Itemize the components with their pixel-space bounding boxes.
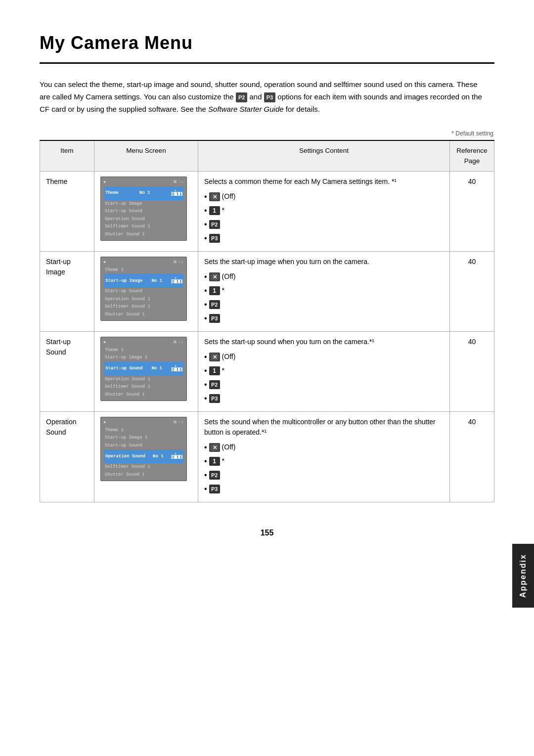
icon-num1: 1	[209, 457, 220, 466]
icon-box-1: P2	[236, 92, 247, 102]
camera-menu-row: Start-up Sound	[104, 208, 183, 216]
table-row: Start-up Image▶ℹℹ ↑ₒTheme 1Start-up Imag…	[40, 251, 494, 331]
col-header-ref-page: ReferencePage	[450, 140, 494, 171]
settings-option: ✕ (Off)	[204, 271, 444, 283]
settings-option: P2	[204, 469, 444, 481]
camera-menu-row: Selftimer Sound 1	[104, 463, 183, 471]
settings-description: Selects a common theme for each My Camer…	[204, 177, 444, 187]
icon-box-2: P3	[264, 92, 275, 102]
settings-option: P2	[204, 299, 444, 311]
camera-menu-row: Start-up Image 1	[104, 354, 183, 362]
software-guide-italic: Software Starter Guide	[208, 105, 284, 113]
settings-option: 1 *	[204, 205, 444, 217]
settings-option: P3	[204, 483, 444, 495]
default-setting-label: * Default setting	[40, 129, 494, 138]
camera-menu-row: Start-up Image 1	[104, 434, 183, 442]
settings-option: P2	[204, 379, 444, 391]
settings-option: P3	[204, 393, 444, 404]
icon-num1: 1	[209, 286, 220, 295]
table-cell-ref-page: 40	[450, 171, 494, 251]
page-number: 155	[40, 527, 494, 539]
camera-screen: ▶ℹℹ ↑ₒTheme 1Start-up Image 1Start-up So…	[100, 337, 187, 401]
table-cell-settings: Selects a common theme for each My Camer…	[198, 171, 450, 251]
col-header-item: Item	[40, 140, 94, 171]
icon-num2: P2	[209, 300, 220, 309]
table-cell-ref-page: 40	[450, 251, 494, 331]
appendix-tab: Appendix	[512, 544, 534, 608]
settings-option: 1 *	[204, 285, 444, 297]
icon-num2: P2	[209, 380, 220, 389]
camera-menu-row: Selftimer Sound 1	[104, 303, 183, 311]
camera-menu-row: Operation Sound 1	[104, 296, 183, 304]
table-cell-settings: Sets the start-up sound when you turn on…	[198, 331, 450, 411]
icon-off: ✕	[209, 272, 220, 281]
icon-off: ✕	[209, 353, 220, 361]
table-cell-screen: ▶ℹℹ ↑ₒTheme 1Start-up Image 1Start-up So…	[94, 411, 198, 502]
settings-description: Sets the start-up image when you turn on…	[204, 257, 444, 267]
table-cell-screen: ▶ℹℹ ↑ₒTheme 1Start-up Image 1Start-up So…	[94, 331, 198, 411]
table-cell-ref-page: 40	[450, 411, 494, 502]
camera-menu-row: Theme 1	[104, 267, 183, 274]
camera-menu-row: Selftimer Sound 1	[104, 223, 183, 231]
table-row: Operation Sound▶ℹℹ ↑ₒTheme 1Start-up Ima…	[40, 411, 494, 502]
settings-option: ✕ (Off)	[204, 442, 444, 453]
icon-off: ✕	[209, 443, 220, 452]
settings-option: 1 *	[204, 455, 444, 467]
camera-screen: ▶ℹℹ ↑ₒTheme 1Start-up Image 1Start-up So…	[100, 417, 187, 482]
settings-options-list: ✕ (Off)1 *P2P3	[204, 271, 444, 324]
camera-menu-row: Start-up Sound	[104, 442, 183, 450]
camera-menu-row: Start-up Sound	[104, 288, 183, 296]
camera-screen: ▶ℹℹ ↑ₒTheme 1Start-up Image No 1 nionSta…	[100, 257, 187, 321]
table-cell-screen: ▶ℹℹ ↑ₒTheme 1Start-up Image No 1 nionSta…	[94, 251, 198, 331]
option-label: *	[222, 285, 224, 296]
camera-menu-row: Shutter Sound 1	[104, 231, 183, 239]
camera-menu-row: Operation Sound 1	[104, 376, 183, 384]
table-cell-ref-page: 40	[450, 331, 494, 411]
table-cell-item: Operation Sound	[40, 411, 94, 502]
option-label: *	[222, 365, 224, 376]
icon-num3: P3	[209, 234, 220, 243]
camera-menu-row: Theme 1	[104, 427, 183, 435]
icon-num3: P3	[209, 394, 220, 403]
table-row: Start-up Sound▶ℹℹ ↑ₒTheme 1Start-up Imag…	[40, 331, 494, 411]
camera-menu-row: Shutter Sound 1	[104, 311, 183, 319]
settings-options-list: ✕ (Off)1 *P2P3	[204, 191, 444, 244]
option-label: (Off)	[222, 191, 236, 202]
settings-option: ✕ (Off)	[204, 351, 444, 363]
svg-text:✕: ✕	[212, 194, 217, 200]
svg-text:✕: ✕	[212, 354, 217, 360]
icon-num2: P2	[209, 220, 220, 229]
icon-num2: P2	[209, 471, 220, 480]
camera-screen: ▶ℹℹ ↑ₒTheme No 1 nionStart-up ImageStart…	[100, 177, 187, 241]
icon-num1: 1	[209, 206, 220, 215]
camera-menu-row: Theme No 1 nion	[104, 186, 183, 200]
settings-option: P3	[204, 312, 444, 324]
table-cell-settings: Sets the start-up image when you turn on…	[198, 251, 450, 331]
table-cell-settings: Sets the sound when the multicontroller …	[198, 411, 450, 502]
settings-options-list: ✕ (Off)1 *P2P3	[204, 351, 444, 404]
camera-menu-row: Start-up Sound No 1 nion	[104, 362, 183, 376]
option-label: *	[222, 456, 224, 466]
icon-num3: P3	[209, 314, 220, 323]
camera-menu-row: Start-up Image	[104, 200, 183, 208]
settings-option: P3	[204, 232, 444, 244]
intro-paragraph: You can select the theme, start-up image…	[40, 79, 485, 115]
option-label: (Off)	[222, 442, 236, 452]
main-table: Item Menu Screen Settings Content Refere…	[40, 140, 494, 502]
settings-option: P2	[204, 219, 444, 230]
camera-menu-row: Shutter Sound 1	[104, 471, 183, 479]
svg-text:✕: ✕	[212, 274, 217, 280]
table-cell-item: Start-up Sound	[40, 331, 94, 411]
camera-menu-row: Shutter Sound 1	[104, 391, 183, 399]
icon-num1: 1	[209, 366, 220, 375]
settings-option: ✕ (Off)	[204, 191, 444, 203]
table-row: Theme▶ℹℹ ↑ₒTheme No 1 nionStart-up Image…	[40, 171, 494, 251]
camera-menu-row: Operation Sound	[104, 216, 183, 223]
camera-menu-row: Operation Sound No 1 nion	[104, 449, 183, 463]
page-title: My Camera Menu	[40, 30, 494, 64]
table-cell-screen: ▶ℹℹ ↑ₒTheme No 1 nionStart-up ImageStart…	[94, 171, 198, 251]
col-header-menu-screen: Menu Screen	[94, 140, 198, 171]
camera-menu-row: Start-up Image No 1 nion	[104, 274, 183, 288]
col-header-settings-content: Settings Content	[198, 140, 450, 171]
icon-off: ✕	[209, 192, 220, 201]
